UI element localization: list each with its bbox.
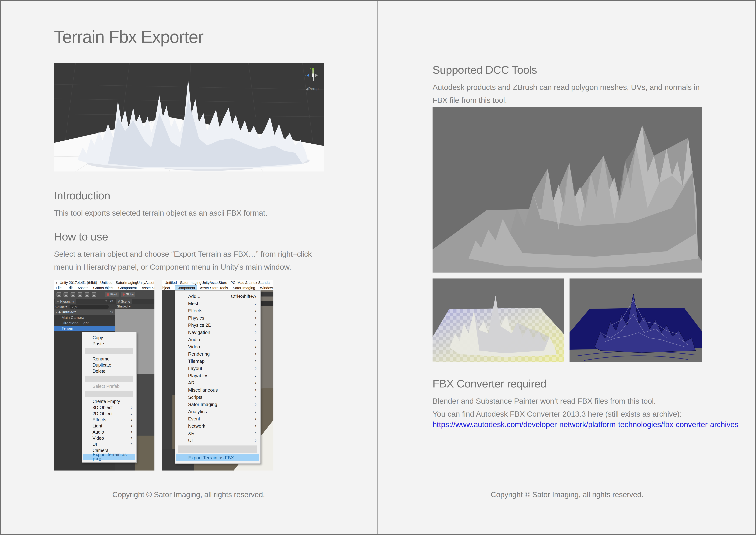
context-menu-item[interactable]: UI [82, 441, 136, 447]
context-menu-item[interactable]: Paste [82, 341, 136, 347]
menubar-item[interactable]: Component [118, 286, 137, 290]
context-menu-item[interactable] [85, 376, 133, 382]
pivot-toggle[interactable]: Pivot [105, 292, 119, 297]
context-menu-item[interactable]: Select Prefab [82, 383, 136, 389]
copyright-right: Copyright © Sator Imaging, all rights re… [378, 490, 756, 499]
component-menu-item[interactable]: Playables [175, 372, 260, 379]
axis-gizmo [307, 67, 318, 81]
hierarchy-search-input[interactable]: All [69, 305, 109, 309]
tab-hierarchy[interactable]: ≡ Hierarchy [55, 299, 76, 304]
hand-tool-icon[interactable] [57, 292, 61, 297]
copyright-left: Copyright © Sator Imaging, all rights re… [0, 490, 377, 499]
context-menu-item[interactable]: Duplicate [82, 362, 136, 368]
panel-menu-icon[interactable]: ▾≡ [110, 299, 113, 303]
introduction-heading: Introduction [54, 189, 110, 202]
component-menu-item[interactable]: Analytics [175, 408, 260, 415]
component-menu-item[interactable]: Add...Ctrl+Shift+A [175, 293, 260, 300]
shaded-dropdown[interactable]: Shaded▾ [115, 304, 154, 309]
fbx-converter-link[interactable]: https://www.autodesk.com/developer-netwo… [433, 420, 738, 429]
context-menu-item[interactable]: Effects [82, 417, 136, 423]
menubar-item[interactable]: File [56, 286, 62, 290]
unity2-titlebar: - Untitled - SatorImagingUnityAssetStore… [162, 280, 273, 285]
hierarchy-tree: Main CameraDirectional LightTerrain [54, 315, 115, 331]
component-menu-item[interactable]: Export Terrain as FBX... [176, 454, 259, 461]
component-menu-item[interactable] [178, 445, 257, 453]
hierarchy-context-menu: CopyPasteRenameDuplicateDeleteSelect Pre… [82, 332, 137, 463]
dcc-body: Autodesk products and ZBrush can read po… [433, 81, 704, 107]
component-menu-item[interactable]: UI [175, 437, 260, 444]
component-menu-item[interactable]: Event [175, 415, 260, 422]
persp-label[interactable]: Persp [308, 86, 319, 91]
component-menu-item[interactable]: XR [175, 430, 260, 437]
rect-tool-icon[interactable] [85, 292, 89, 297]
hierarchy-tree-item[interactable]: Main Camera [54, 315, 115, 320]
scale-tool-icon[interactable] [78, 292, 82, 297]
context-menu-item[interactable]: 2D Object [82, 410, 136, 417]
context-menu-item[interactable]: Export Terrain as FBX... [83, 454, 135, 460]
how-to-use-body: Select a terrain object and choose “Expo… [54, 247, 320, 273]
context-menu-item[interactable]: Rename [82, 356, 136, 362]
unity-scene-icon: ◆ [59, 311, 61, 314]
menubar-item[interactable]: Assets [78, 286, 88, 290]
unity-screenshot-hierarchy: ◁ Unity 2017.4.4f1 (64bit) - Untitled - … [54, 280, 154, 470]
global-icon [122, 294, 125, 296]
context-menu-item[interactable]: Audio [82, 429, 136, 435]
component-menu-item[interactable]: Effects [175, 307, 260, 314]
rotate-tool-icon[interactable] [70, 292, 75, 297]
context-menu-item[interactable]: Light [82, 423, 136, 429]
panel-lock-icon[interactable] [105, 300, 107, 302]
component-menu-item[interactable]: Mesh [175, 300, 260, 307]
context-menu-item[interactable]: Video [82, 435, 136, 441]
context-menu-item[interactable] [85, 391, 133, 397]
frame-left [0, 0, 1, 535]
scene-options-icon[interactable]: ⁺≡ [110, 310, 113, 314]
foldout-arrow-icon[interactable]: ▼ [55, 311, 57, 314]
unity1-titlebar: ◁ Unity 2017.4.4f1 (64bit) - Untitled - … [54, 280, 154, 285]
component-menu-item[interactable]: Tilemap [175, 357, 260, 365]
hierarchy-tree-item[interactable]: Directional Light [54, 320, 115, 326]
unity1-menubar: FileEditAssetsGameObjectComponentAsset S… [54, 285, 154, 290]
dcc-heading: Supported DCC Tools [433, 63, 537, 76]
menubar-item[interactable]: Sator Imaging [233, 286, 255, 290]
dcc-checker-image [433, 278, 564, 362]
component-menu-item[interactable]: AR [175, 379, 260, 386]
component-menu-item[interactable]: Network [175, 422, 260, 430]
hierarchy-tree-item[interactable]: Terrain [54, 326, 115, 331]
menubar-item[interactable]: bject [162, 286, 170, 290]
context-menu-item[interactable]: 3D Object [82, 405, 136, 410]
unity2-menubar: bjectComponentAsset Store ToolsSator Ima… [162, 285, 273, 290]
context-menu-item[interactable] [85, 348, 133, 354]
document-spread: Terrain Fbx Exporter [0, 0, 756, 535]
unity2-title-text: - Untitled - SatorImagingUnityAssetStore… [162, 281, 270, 285]
menubar-item[interactable]: Asset Store Tools [200, 286, 228, 290]
move-tool-icon[interactable] [64, 292, 68, 297]
page-title: Terrain Fbx Exporter [54, 27, 203, 47]
menubar-item[interactable]: GameObject [93, 286, 113, 290]
unity1-toolbar: Pivot Globa [54, 290, 154, 299]
context-menu-item[interactable]: Copy [82, 334, 136, 341]
menubar-item[interactable]: Edit [67, 286, 72, 290]
menubar-item[interactable]: Component [175, 285, 197, 290]
transform-tool-icon[interactable] [92, 292, 96, 297]
frame-right [755, 0, 756, 535]
component-menu-item[interactable]: Rendering [175, 351, 260, 357]
component-menu-item[interactable]: Physics 2D [175, 322, 260, 329]
menubar-item[interactable]: Asset Store T [142, 286, 154, 290]
checker-terrain-art [433, 278, 564, 362]
menubar-item[interactable]: Window [260, 286, 273, 290]
scene-row-untitled[interactable]: ▼ ◆ Untitled* ⁺≡ [54, 309, 115, 315]
component-menu-item[interactable]: Audio [175, 336, 260, 343]
create-button[interactable]: Create ▾ [55, 305, 67, 309]
global-toggle[interactable]: Globa [121, 292, 136, 297]
tab-scene[interactable]: # Scene [116, 299, 132, 304]
component-menu-item[interactable]: Physics [175, 314, 260, 322]
component-menu-item[interactable]: Layout [175, 365, 260, 372]
component-menu-item[interactable]: Navigation [175, 329, 260, 336]
component-menu-item[interactable]: Scripts [175, 394, 260, 401]
context-menu-item[interactable]: Delete [82, 368, 136, 374]
context-menu-item[interactable]: Create Empty [82, 398, 136, 405]
component-menu-item[interactable]: Video [175, 343, 260, 351]
component-menu-item[interactable]: Miscellaneous [175, 386, 260, 394]
component-menu-item[interactable]: Sator Imaging [175, 401, 260, 408]
dcc-large-image [433, 107, 702, 272]
